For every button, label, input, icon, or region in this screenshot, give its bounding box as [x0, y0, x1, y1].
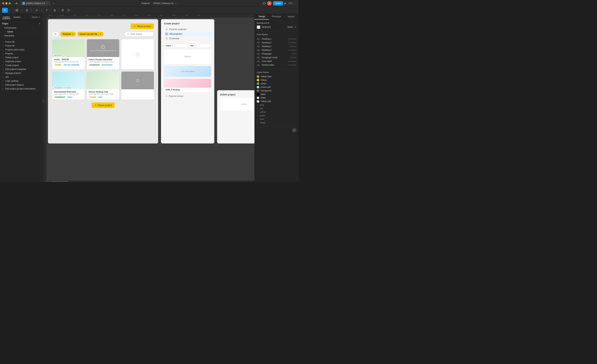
frame-tool-dropdown[interactable]: ▾	[20, 9, 24, 11]
all-filter[interactable]	[52, 32, 59, 36]
text-tool[interactable]: T	[44, 8, 50, 13]
style-name[interactable]: Paragraph	[262, 53, 290, 55]
card-menu-icon[interactable]: ···	[82, 73, 84, 75]
visibility-toggle[interactable]: 👁	[294, 26, 296, 28]
color-group-yellow[interactable]: yellow	[257, 110, 296, 114]
bg-color-swatch[interactable]	[257, 25, 260, 29]
canvas-content[interactable]: Nieuw project Template Govert	[46, 17, 254, 182]
share-button[interactable]: Share	[273, 1, 283, 6]
style-name[interactable]: Form label	[262, 60, 287, 62]
layer-delete-project[interactable]: ⬚ Delete project	[0, 55, 42, 60]
template-filter[interactable]: Template	[60, 32, 76, 36]
style-name[interactable]: Paragraph small	[262, 56, 288, 59]
style-name[interactable]: Section label	[262, 64, 287, 66]
color-group-blue[interactable]: blue	[257, 117, 296, 121]
avatar[interactable]: R	[267, 1, 272, 6]
page-item-interactive[interactable]: Interactive	[2, 34, 40, 38]
style-name[interactable]: Heading 2	[262, 41, 287, 44]
component-tool[interactable]	[52, 8, 58, 13]
layer-edit-project-collapsed[interactable]: ⬚ Edit project Collapsed	[0, 67, 42, 71]
layer-login[interactable]: ⬚ Login (yellow)	[0, 79, 42, 83]
page-item-components[interactable]: Components	[2, 26, 40, 30]
project-card-6[interactable]: ··· ?	[121, 71, 154, 100]
project-card-new[interactable]	[121, 39, 154, 70]
color-transparent[interactable]: transparent	[257, 89, 296, 93]
shape-tool-dropdown[interactable]: ▾	[30, 9, 34, 11]
layer-edit-project-info[interactable]: ⬚ Edit project (project information)	[0, 87, 42, 91]
scrollbar-thumb[interactable]	[50, 181, 68, 182]
author-filter[interactable]: Govert van der He...	[77, 32, 104, 36]
admin-selector[interactable]: Admin	[32, 16, 40, 18]
nav-prullenbak[interactable]: Prullenbak	[164, 36, 211, 41]
frame-tool[interactable]	[14, 8, 20, 13]
page-item-admin[interactable]: ✓ Admin	[2, 30, 40, 34]
color-white[interactable]: white	[257, 96, 296, 100]
tab-close-btn[interactable]: ×	[46, 2, 48, 5]
new-project-btn-bottom[interactable]: Nieuw project	[92, 102, 115, 108]
home-icon[interactable]	[14, 1, 19, 6]
add-page-btn[interactable]: +	[39, 22, 40, 25]
color-group-green[interactable]: green	[257, 114, 296, 117]
headphones-icon[interactable]	[262, 2, 266, 5]
color-group-indigo[interactable]: indigo	[257, 121, 296, 124]
style-name[interactable]: Heading 3	[262, 45, 288, 47]
color-green-soft[interactable]: Green soft	[257, 85, 296, 89]
projecten-beheer-item[interactable]: Projecten beheer	[164, 94, 211, 98]
color-yellow[interactable]: Yellow	[257, 78, 296, 82]
style-name[interactable]: Heading 4	[262, 49, 287, 51]
zoom-level[interactable]: 72%	[288, 2, 292, 5]
tab-prototype[interactable]: Prototype	[269, 14, 284, 20]
color-black[interactable]: black	[257, 93, 296, 96]
project-card-4[interactable]: ··· HAVENBEDRIJF ROTTERDAM Havenbedrijf …	[52, 71, 85, 100]
layers-tab[interactable]: Layers	[2, 15, 10, 19]
assets-tab[interactable]: Assets	[13, 15, 21, 19]
layer-frame36[interactable]: ⬚ Frame 36	[0, 44, 42, 48]
card-menu-icon[interactable]: ···	[116, 73, 118, 75]
comment-tool[interactable]	[66, 8, 72, 13]
search-box[interactable]	[125, 32, 154, 36]
horizontal-scrollbar[interactable]	[50, 181, 254, 182]
move-tool-dropdown[interactable]: ▾	[8, 9, 12, 11]
play-icon[interactable]: ▶	[284, 2, 287, 5]
new-project-btn-top[interactable]: Nieuw project	[131, 23, 154, 29]
color-green[interactable]: Green	[257, 82, 296, 85]
nav-alle[interactable]: Alle projecten	[164, 32, 211, 36]
card-menu-icon[interactable]: ···	[116, 40, 118, 43]
layer-projects-click[interactable]: ⬚ Projects (click tools)	[0, 48, 42, 52]
layer-manage-projects[interactable]: ⬚ Manage projects	[0, 71, 42, 75]
project-card-1[interactable]: ··· WERKPLEK Vestia – SPECIE Laatst bijg…	[52, 39, 85, 70]
project-card-5[interactable]: ··· Olonex Strategy map Laatst bijgewerk…	[87, 71, 119, 100]
style-name[interactable]: Heading 1	[262, 38, 287, 40]
active-tab[interactable]: 220001 Flatland 2.0 ×	[20, 1, 50, 6]
status-filter[interactable]: Status	[164, 44, 187, 47]
tab-design[interactable]: Design	[255, 14, 269, 20]
tab-inspect[interactable]: Inspect	[284, 14, 298, 20]
pen-tool-dropdown[interactable]: ▾	[40, 9, 44, 11]
layer-404[interactable]: ⬚ 404	[0, 75, 42, 79]
bg-color-value[interactable]: #E5E5E5	[262, 26, 286, 28]
close-dot[interactable]	[2, 2, 4, 4]
color-group-red[interactable]: red	[257, 107, 296, 110]
color-yellow-dark[interactable]: Yellow dark	[257, 75, 296, 78]
color-group-gray[interactable]: gray	[257, 103, 296, 107]
breadcrumb-2[interactable]: 220001 Flatland 2.0	[153, 2, 173, 5]
jaar-filter[interactable]: Jaar	[188, 44, 211, 47]
layer-projects[interactable]: ⬚ Projects	[0, 52, 42, 55]
search-input[interactable]	[130, 33, 152, 35]
hand-tool[interactable]	[60, 8, 66, 13]
layer-frame38[interactable]: ⬚ Frame 38	[0, 40, 42, 44]
shape-tool[interactable]	[24, 8, 30, 13]
new-tab-btn[interactable]: +	[51, 1, 55, 6]
move-tool[interactable]	[2, 8, 8, 13]
color-yellow-soft[interactable]: Yellow soft	[257, 100, 296, 103]
bg-opacity-value[interactable]: 100%	[287, 26, 293, 28]
layer-create-project[interactable]: ⬚ Create project	[0, 63, 42, 67]
layer-duplicate-project[interactable]: ⬚ Duplicate project	[0, 60, 42, 63]
more-options-icon[interactable]: ···	[294, 2, 296, 5]
help-button[interactable]: ?	[292, 128, 296, 132]
card-menu-icon[interactable]: ···	[151, 73, 153, 75]
minimize-dot[interactable]	[5, 2, 8, 4]
maximize-dot[interactable]	[8, 2, 11, 4]
layer-edit-project-layers[interactable]: ⬚ Edit project (layers)	[0, 83, 42, 87]
pen-tool[interactable]	[34, 8, 40, 13]
